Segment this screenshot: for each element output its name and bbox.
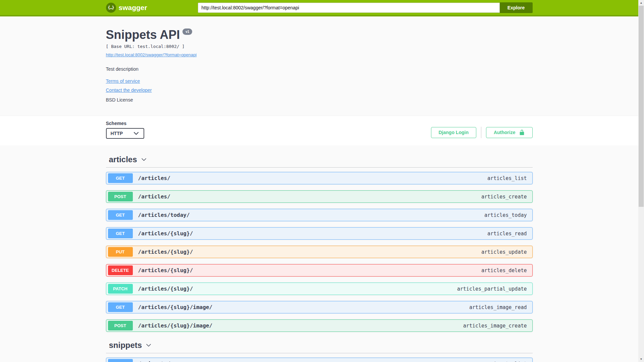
- method-badge: GET: [108, 302, 133, 312]
- spec-url-input[interactable]: [198, 3, 500, 13]
- operation-row[interactable]: DELETE /articles/{slug}/ articles_delete: [106, 264, 533, 277]
- operation-path: /articles/: [138, 175, 170, 181]
- authorize-label: Authorize: [494, 130, 516, 135]
- section-title: articles: [109, 155, 137, 164]
- operation-id: articles_update: [481, 249, 527, 255]
- method-badge: POST: [108, 192, 133, 201]
- scroll-down-button[interactable]: ▼: [638, 356, 644, 362]
- operation-id: articles_today: [484, 212, 527, 218]
- authorize-button[interactable]: Authorize: [486, 127, 533, 138]
- method-badge: DELETE: [108, 265, 133, 275]
- scheme-container: Schemes HTTP Django Login Authorize: [0, 116, 638, 145]
- operation-path: /articles/{slug}/: [138, 267, 193, 274]
- section-header-snippets[interactable]: snippets: [106, 341, 533, 350]
- operation-id: articles_partial_update: [457, 286, 527, 292]
- method-badge: PATCH: [108, 284, 133, 294]
- api-section: snippets GET /snippets/ snippets_list: [106, 341, 533, 362]
- operation-row[interactable]: GET /articles/{slug}/ articles_read: [106, 227, 533, 240]
- operation-row[interactable]: POST /articles/{slug}/image/ articles_im…: [106, 319, 533, 332]
- operation-id: articles_image_create: [463, 323, 527, 329]
- operation-id: snippets_list: [487, 361, 527, 362]
- operation-row[interactable]: PATCH /articles/{slug}/ articles_partial…: [106, 283, 533, 295]
- version-badge: v1: [182, 28, 192, 35]
- method-badge: GET: [108, 173, 133, 183]
- chevron-down-icon: [141, 156, 147, 163]
- django-login-label: Django Login: [439, 130, 469, 135]
- terms-of-service-link[interactable]: Terms of service: [106, 78, 140, 84]
- operation-path: /articles/{slug}/image/: [138, 322, 213, 329]
- operation-path: /articles/{slug}/: [138, 249, 193, 255]
- scroll-thumb[interactable]: [639, 6, 644, 207]
- api-info-section: Snippets API v1 [ Base URL: test.local:8…: [0, 16, 638, 116]
- api-title-text: Snippets API: [106, 28, 180, 42]
- swagger-logo-text: swagger: [119, 4, 147, 12]
- auth-wrapper: Django Login Authorize: [431, 127, 533, 138]
- method-badge: POST: [108, 321, 133, 330]
- method-badge: PUT: [108, 247, 133, 257]
- operation-row[interactable]: GET /articles/{slug}/image/ articles_ima…: [106, 301, 533, 313]
- operation-id: articles_delete: [481, 267, 527, 274]
- swagger-logo[interactable]: {…} swagger: [106, 3, 147, 13]
- section-divider: [106, 167, 533, 168]
- operation-row[interactable]: GET /articles/today/ articles_today: [106, 209, 533, 221]
- page-title: Snippets API v1: [106, 28, 533, 42]
- operation-path: /articles/: [138, 193, 170, 200]
- operation-path: /articles/{slug}/: [138, 286, 193, 292]
- contact-developer-link[interactable]: Contact the developer: [106, 87, 152, 93]
- schemes-label: Schemes: [106, 121, 144, 126]
- schemes-selected-value: HTTP: [111, 131, 123, 136]
- explore-button[interactable]: Explore: [500, 2, 533, 13]
- section-title: snippets: [109, 341, 142, 350]
- chevron-down-icon: [133, 130, 140, 137]
- base-url: [ Base URL: test.local:8002/ ]: [106, 44, 533, 49]
- operation-row[interactable]: POST /articles/ articles_create: [106, 190, 533, 203]
- schemes-block: Schemes HTTP: [106, 121, 144, 139]
- method-badge: GET: [108, 229, 133, 238]
- method-badge: GET: [108, 359, 133, 362]
- section-header-articles[interactable]: articles: [106, 155, 533, 164]
- scroll-up-button[interactable]: ▲: [638, 0, 644, 6]
- operation-path: /articles/today/: [138, 212, 190, 218]
- django-login-button[interactable]: Django Login: [431, 127, 476, 138]
- topbar: {…} swagger Explore: [0, 0, 638, 16]
- operation-path: /articles/{slug}/: [138, 230, 193, 237]
- method-badge: GET: [108, 210, 133, 220]
- auth-divider: [481, 127, 481, 138]
- chevron-down-icon: [145, 342, 152, 349]
- license-text: BSD License: [106, 97, 533, 103]
- section-divider: [106, 353, 533, 353]
- page-viewport: {…} swagger Explore Snippets API v1 [ Ba…: [0, 0, 638, 362]
- operation-id: articles_create: [481, 194, 527, 200]
- operation-row[interactable]: GET /articles/ articles_list: [106, 172, 533, 184]
- operation-row[interactable]: GET /snippets/ snippets_list: [106, 358, 533, 362]
- schemes-select[interactable]: HTTP: [106, 128, 144, 139]
- operations-area: articles GET /articles/ articles_list PO…: [0, 145, 638, 362]
- lock-open-icon: [519, 129, 525, 135]
- window-scrollbar[interactable]: ▲ ▼: [638, 0, 644, 362]
- api-description: Test description: [106, 66, 533, 72]
- operation-id: articles_read: [487, 231, 527, 237]
- operation-id: articles_image_read: [469, 304, 527, 310]
- swagger-logo-icon: {…}: [106, 3, 116, 13]
- operation-id: articles_list: [487, 175, 527, 181]
- operation-row[interactable]: PUT /articles/{slug}/ articles_update: [106, 246, 533, 258]
- spec-link[interactable]: http://test.local:8002/swagger/?format=o…: [106, 52, 197, 57]
- api-section: articles GET /articles/ articles_list PO…: [106, 155, 533, 332]
- operation-path: /articles/{slug}/image/: [138, 304, 213, 310]
- operation-path: /snippets/: [138, 361, 170, 362]
